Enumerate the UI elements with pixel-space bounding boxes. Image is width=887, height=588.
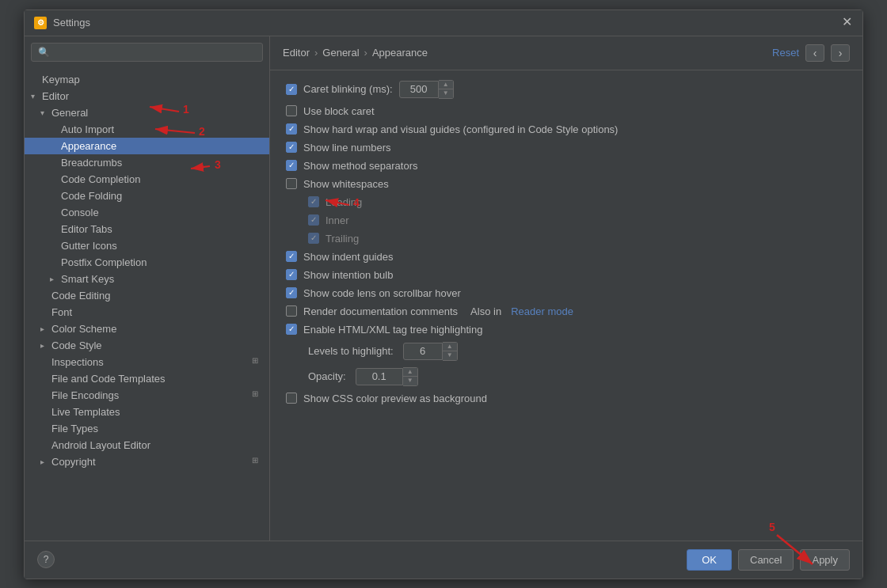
render-documentation-checkbox[interactable] xyxy=(286,305,297,317)
sidebar-item-code-style[interactable]: Code Style xyxy=(25,337,269,354)
leading-row: Leading xyxy=(308,196,847,208)
opacity-input[interactable] xyxy=(356,368,403,385)
levels-to-highlight-up[interactable]: ▲ xyxy=(443,343,457,351)
sidebar-item-code-completion[interactable]: Code Completion xyxy=(25,171,269,188)
sidebar-item-code-folding[interactable]: Code Folding xyxy=(25,188,269,204)
sidebar-item-editor-tabs[interactable]: Editor Tabs xyxy=(25,221,269,237)
apply-button[interactable]: Apply xyxy=(800,549,850,571)
levels-to-highlight-down[interactable]: ▼ xyxy=(443,351,457,360)
footer-left: ? xyxy=(37,551,55,568)
show-code-lens-label: Show code lens on scrollbar hover xyxy=(303,287,461,299)
render-documentation-also: Also in xyxy=(470,305,501,317)
breadcrumb: Editor › General › Appearance xyxy=(283,47,428,59)
caret-blinking-spinner: ▲ ▼ xyxy=(439,80,454,99)
footer-right: OK Cancel Apply xyxy=(687,549,850,571)
sidebar-item-general[interactable]: General xyxy=(25,104,269,121)
caret-blinking-input[interactable] xyxy=(399,81,439,98)
settings-icon: ⚙ xyxy=(34,17,47,29)
use-block-caret-checkbox[interactable] xyxy=(286,105,297,116)
sidebar-item-auto-import[interactable]: Auto Import xyxy=(25,121,269,138)
opacity-input-wrap: ▲ ▼ xyxy=(356,367,418,386)
sidebar-item-console[interactable]: Console xyxy=(25,204,269,221)
levels-to-highlight-row: Levels to highlight: ▲ ▼ xyxy=(308,342,847,361)
close-button[interactable]: ✕ xyxy=(840,17,853,29)
sidebar-item-appearance[interactable]: Appearance xyxy=(25,138,269,154)
editor-arrow xyxy=(31,92,39,101)
caret-blinking-row: Caret blinking (ms): ▲ ▼ xyxy=(286,80,847,99)
sidebar-item-inspections[interactable]: Inspections ⊞ xyxy=(25,354,269,370)
search-input[interactable] xyxy=(31,43,263,62)
caret-blinking-up[interactable]: ▲ xyxy=(439,81,453,89)
code-completion-label: Code Completion xyxy=(61,173,140,185)
smart-keys-label: Smart Keys xyxy=(61,273,114,285)
dialog-titlebar: ⚙ Settings ✕ xyxy=(25,10,862,36)
show-method-separators-checkbox[interactable] xyxy=(286,160,297,171)
reset-button[interactable]: Reset xyxy=(772,47,799,59)
sidebar-item-color-scheme[interactable]: Color Scheme xyxy=(25,321,269,337)
inner-checkbox[interactable] xyxy=(308,214,319,226)
keymap-label: Keymap xyxy=(42,74,80,85)
sidebar-item-breadcrumbs[interactable]: Breadcrumbs xyxy=(25,154,269,171)
console-label: Console xyxy=(61,207,99,218)
show-code-lens-row: Show code lens on scrollbar hover xyxy=(286,287,847,299)
dialog-title: Settings xyxy=(53,17,90,28)
opacity-down[interactable]: ▼ xyxy=(403,377,417,385)
ok-button[interactable]: OK xyxy=(687,549,732,571)
settings-panel: Caret blinking (ms): ▲ ▼ Use block caret xyxy=(270,70,862,541)
breadcrumb-part1: Editor xyxy=(283,47,310,59)
sidebar-item-keymap[interactable]: Keymap xyxy=(25,71,269,88)
caret-blinking-down[interactable]: ▼ xyxy=(439,89,453,98)
reader-mode-link[interactable]: Reader mode xyxy=(511,305,573,317)
sidebar-item-font[interactable]: Font xyxy=(25,304,269,321)
color-scheme-label: Color Scheme xyxy=(51,323,116,335)
caret-blinking-label: Caret blinking (ms): xyxy=(303,83,393,95)
main-content: Editor › General › Appearance Reset ‹ › … xyxy=(270,36,862,541)
file-encodings-label: File Encodings xyxy=(51,389,119,401)
postfix-completion-label: Postfix Completion xyxy=(61,256,147,268)
file-encodings-ext-icon: ⊞ xyxy=(252,389,263,400)
auto-import-label: Auto Import xyxy=(61,123,114,135)
show-whitespaces-row: Show whitespaces xyxy=(286,178,847,190)
leading-checkbox[interactable] xyxy=(308,196,319,207)
cancel-button[interactable]: Cancel xyxy=(738,549,794,571)
gutter-icons-label: Gutter Icons xyxy=(61,240,117,252)
levels-to-highlight-input-wrap: ▲ ▼ xyxy=(403,342,458,361)
sidebar-item-code-editing[interactable]: Code Editing xyxy=(25,287,269,304)
sidebar-item-postfix-completion[interactable]: Postfix Completion xyxy=(25,254,269,271)
show-intention-bulb-checkbox[interactable] xyxy=(286,269,297,280)
trailing-checkbox[interactable] xyxy=(308,233,319,244)
breadcrumb-part3: Appearance xyxy=(372,47,428,59)
show-css-color-checkbox[interactable] xyxy=(286,393,297,404)
copyright-arrow xyxy=(40,457,48,466)
copyright-ext-icon: ⊞ xyxy=(252,456,263,467)
opacity-up[interactable]: ▲ xyxy=(403,368,417,377)
enable-html-xml-checkbox[interactable] xyxy=(286,324,297,335)
levels-to-highlight-input[interactable] xyxy=(403,343,443,360)
show-line-numbers-label: Show line numbers xyxy=(303,142,391,154)
sidebar-item-editor[interactable]: Editor xyxy=(25,88,269,104)
show-line-numbers-checkbox[interactable] xyxy=(286,142,297,153)
show-hard-wrap-checkbox[interactable] xyxy=(286,123,297,135)
show-css-color-row: Show CSS color preview as background xyxy=(286,393,847,404)
header-actions: Reset ‹ › xyxy=(772,44,850,62)
sidebar-item-smart-keys[interactable]: Smart Keys xyxy=(25,271,269,287)
forward-button[interactable]: › xyxy=(831,44,850,62)
show-code-lens-checkbox[interactable] xyxy=(286,287,297,298)
sidebar-item-copyright[interactable]: Copyright ⊞ xyxy=(25,453,269,470)
show-whitespaces-checkbox[interactable] xyxy=(286,178,297,189)
help-button[interactable]: ? xyxy=(37,551,55,568)
code-folding-label: Code Folding xyxy=(61,190,122,202)
caret-blinking-checkbox[interactable] xyxy=(286,84,297,95)
general-arrow xyxy=(40,108,48,117)
dialog-title-left: ⚙ Settings xyxy=(34,17,90,29)
breadcrumb-arrow2: › xyxy=(364,47,367,59)
back-button[interactable]: ‹ xyxy=(805,44,824,62)
sidebar-item-live-templates[interactable]: Live Templates xyxy=(25,404,269,420)
show-intention-bulb-row: Show intention bulb xyxy=(286,269,847,281)
sidebar-item-file-and-code-templates[interactable]: File and Code Templates xyxy=(25,370,269,387)
show-indent-guides-checkbox[interactable] xyxy=(286,251,297,262)
sidebar-item-file-encodings[interactable]: File Encodings ⊞ xyxy=(25,387,269,404)
sidebar-item-file-types[interactable]: File Types xyxy=(25,420,269,437)
sidebar-item-android-layout-editor[interactable]: Android Layout Editor xyxy=(25,437,269,453)
sidebar-item-gutter-icons[interactable]: Gutter Icons xyxy=(25,237,269,254)
